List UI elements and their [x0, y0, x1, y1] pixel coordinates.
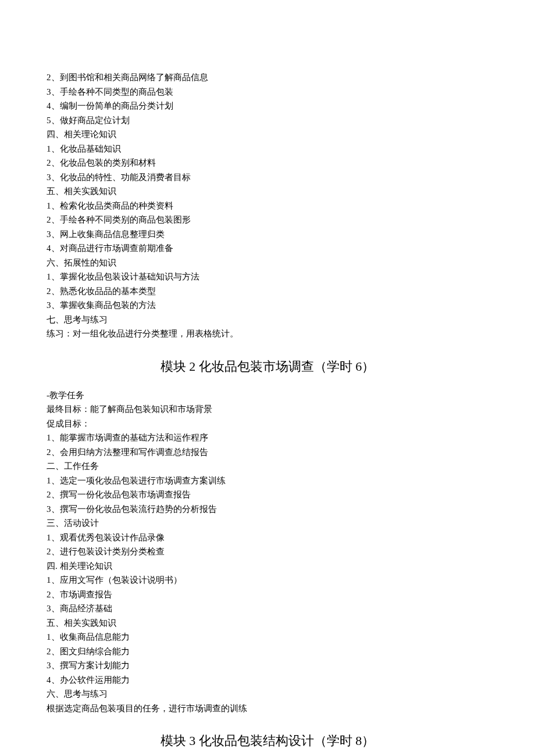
list-item: 1、化妆品基础知识 [47, 142, 488, 156]
list-item: 3、化妆品的特性、功能及消费者目标 [47, 171, 488, 184]
body-text: 练习：对一组化妆品进行分类整理，用表格统计。 [47, 327, 488, 341]
list-item: 1、选定一项化妆品包装进行市场调查方案训练 [47, 474, 488, 488]
list-item: 3、手绘各种不同类型的商品包装 [47, 85, 488, 99]
body-text: 最终目标：能了解商品包装知识和市场背景 [47, 403, 488, 416]
list-item: 1、能掌握市场调查的基础方法和运作程序 [47, 431, 488, 445]
section-heading: 五、相关实践知识 [47, 617, 488, 630]
list-item: 4、办公软件运用能力 [47, 673, 488, 687]
list-item: 1、观看优秀包装设计作品录像 [47, 531, 488, 544]
section-heading: 四、相关理论知识 [47, 128, 488, 141]
list-item: 2、市场调查报告 [47, 588, 488, 601]
list-item: 5、做好商品定位计划 [47, 114, 488, 127]
section-heading: 五、相关实践知识 [47, 185, 488, 198]
list-item: 4、编制一份简单的商品分类计划 [47, 99, 488, 113]
list-item: 3、网上收集商品信息整理归类 [47, 228, 488, 241]
list-item: 2、熟悉化妆品品的基本类型 [47, 285, 488, 298]
module-title: 模块 2 化妆品包装市场调查（学时 6） [47, 357, 488, 376]
body-text: 促成目标： [47, 417, 488, 431]
list-item: 2、进行包装设计类别分类检查 [47, 545, 488, 558]
module-title: 模块 3 化妆品包装结构设计（学时 8） [47, 731, 488, 750]
section-heading: 七、思考与练习 [47, 313, 488, 327]
list-item: 2、撰写一份化妆品包装市场调查报告 [47, 488, 488, 501]
section-heading: 四. 相关理论知识 [47, 560, 488, 573]
list-item: 3、撰写方案计划能力 [47, 659, 488, 672]
list-item: 2、化妆品包装的类别和材料 [47, 156, 488, 170]
section-heading: 三、活动设计 [47, 517, 488, 530]
list-item: 3、掌握收集商品包装的方法 [47, 299, 488, 312]
body-text: 根据选定商品包装项目的任务，进行市场调查的训练 [47, 702, 488, 715]
section-heading: 六、思考与练习 [47, 687, 488, 701]
list-item: 1、收集商品信息能力 [47, 630, 488, 644]
section-heading: 二、工作任务 [47, 460, 488, 473]
list-item: 4、对商品进行市场调查前期准备 [47, 242, 488, 255]
list-item: 2、会用归纳方法整理和写作调查总结报告 [47, 446, 488, 459]
list-item: 3、商品经济基础 [47, 602, 488, 615]
section-heading: -教学任务 [47, 389, 488, 402]
list-item: 2、到图书馆和相关商品网络了解商品信息 [47, 71, 488, 84]
section-heading: 六、拓展性的知识 [47, 256, 488, 270]
list-item: 1、检索化妆品类商品的种类资料 [47, 199, 488, 213]
list-item: 1、掌握化妆品包装设计基础知识与方法 [47, 270, 488, 284]
list-item: 2、手绘各种不同类别的商品包装图形 [47, 213, 488, 227]
list-item: 3、撰写一份化妆品包装流行趋势的分析报告 [47, 503, 488, 516]
list-item: 2、图文归纳综合能力 [47, 645, 488, 658]
list-item: 1、应用文写作（包装设计说明书） [47, 574, 488, 587]
